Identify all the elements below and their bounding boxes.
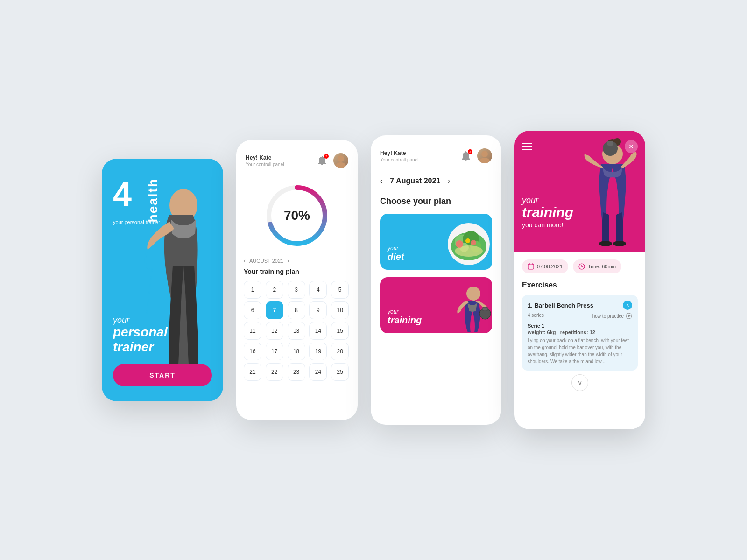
s3-notification-button[interactable]: 2 [459, 149, 472, 162]
calendar-day-11[interactable]: 11 [244, 322, 261, 340]
calendar-day-8[interactable]: 8 [288, 301, 305, 319]
training-plan-card[interactable]: your training [380, 277, 492, 333]
calendar-day-7[interactable]: 7 [266, 301, 283, 319]
svg-rect-20 [482, 307, 488, 311]
scroll-down-button[interactable]: ∨ [571, 374, 588, 391]
logo-health-text: health [146, 178, 161, 222]
calendar-month: AUGUST 2021 [249, 258, 283, 264]
exercise-expand-button[interactable]: ∧ [623, 301, 632, 310]
plan-cards-container: your diet [371, 214, 501, 333]
notification-badge: 2 [324, 154, 329, 159]
svg-rect-25 [607, 141, 613, 146]
screen3-user-info: Hey! Kate Your controll panel [380, 150, 418, 162]
exercises-section-title: Exercises [522, 281, 638, 289]
user-avatar[interactable] [333, 153, 348, 168]
diet-card-name: diet [388, 252, 404, 262]
calendar-day-9[interactable]: 9 [309, 301, 327, 319]
calendar-day-2[interactable]: 2 [266, 281, 283, 299]
calendar-day-4[interactable]: 4 [309, 281, 327, 299]
calendar-day-18[interactable]: 18 [288, 343, 305, 360]
header-greeting: Hey! Kate [246, 154, 284, 161]
calendar-day-25[interactable]: 25 [331, 363, 349, 381]
serie-detail: Serie 1 weight: 6kg repetitions: 12 Lyin… [528, 323, 632, 365]
calendar-day-16[interactable]: 16 [244, 343, 261, 360]
exercise-how-to: how to practice [592, 313, 632, 319]
screen3-greeting: Hey! Kate [380, 150, 418, 156]
calendar-day-22[interactable]: 22 [266, 363, 283, 381]
svg-line-34 [582, 266, 583, 267]
calendar-nav: ‹ AUGUST 2021 › [244, 258, 350, 264]
calendar-day-17[interactable]: 17 [266, 343, 283, 360]
date-badge-text: 07.08.2021 [537, 264, 563, 269]
svg-rect-28 [528, 264, 534, 269]
notification-button[interactable]: 2 [316, 154, 329, 167]
serie-reps: repetitions: 12 [560, 329, 595, 335]
serie-title: Serie 1 [528, 323, 632, 329]
how-to-label: how to practice [592, 314, 624, 319]
svg-marker-36 [628, 315, 631, 317]
exercise-item: 1. Barbell Bench Press ∧ 4 series how to… [522, 295, 638, 371]
s4-training-text: training [522, 205, 573, 219]
calendar-day-3[interactable]: 3 [288, 281, 305, 299]
serie-weight: weight: 6kg [528, 329, 556, 335]
svg-point-7 [479, 158, 490, 163]
s3-notification-badge: 2 [468, 149, 472, 154]
calendar-day-5[interactable]: 5 [331, 281, 349, 299]
choose-plan-title: Choose your plan [371, 193, 501, 214]
exercise-meta: 4 series how to practice [528, 313, 632, 319]
training-card-your: your [388, 308, 422, 315]
screen4-exercise-detail: ✕ [514, 131, 645, 429]
calendar-day-1[interactable]: 1 [244, 281, 261, 299]
user-name: Kate [259, 154, 271, 161]
prev-month-button[interactable]: ‹ [244, 258, 246, 264]
start-button[interactable]: START [113, 364, 212, 386]
progress-section: 70% [236, 175, 358, 254]
calendar-section: ‹ AUGUST 2021 › Your training plan 12345… [236, 254, 358, 388]
training-card-label: your training [388, 308, 422, 326]
calendar-day-24[interactable]: 24 [309, 363, 327, 381]
calendar-day-6[interactable]: 6 [244, 301, 261, 319]
tagline-trainer: trainer [113, 340, 168, 355]
svg-point-6 [481, 151, 488, 157]
calendar-day-23[interactable]: 23 [288, 363, 305, 381]
progress-percentage: 70% [284, 208, 310, 223]
workout-meta: 07.08.2021 Time: 60min [522, 259, 638, 273]
s4-tagline: your training you can more! [522, 196, 573, 229]
calendar-day-13[interactable]: 13 [288, 322, 305, 340]
prev-date-button[interactable]: ‹ [380, 177, 382, 185]
calendar-day-20[interactable]: 20 [331, 343, 349, 360]
tagline-your: your [113, 315, 168, 325]
svg-point-26 [599, 241, 612, 246]
next-date-button[interactable]: › [448, 177, 450, 185]
exercise-item-header: 1. Barbell Bench Press ∧ [528, 301, 632, 310]
date-navigation: ‹ 7 August 2021 › [371, 169, 501, 193]
svg-point-16 [471, 240, 476, 245]
calendar-day-14[interactable]: 14 [309, 322, 327, 340]
svg-point-18 [466, 287, 480, 301]
hamburger-menu-button[interactable] [522, 143, 532, 150]
calendar-day-15[interactable]: 15 [331, 322, 349, 340]
calendar-day-19[interactable]: 19 [309, 343, 327, 360]
app-subtitle: your personal trainer [113, 219, 160, 225]
diet-card-image [436, 214, 492, 270]
calendar-grid: 1234567891011121314151617181920212223242… [244, 281, 350, 381]
exercise-series: 4 series [528, 313, 544, 319]
calendar-day-21[interactable]: 21 [244, 363, 261, 381]
serie-info: weight: 6kg repetitions: 12 [528, 329, 632, 335]
svg-point-15 [456, 240, 463, 248]
calendar-day-10[interactable]: 10 [331, 301, 349, 319]
s4-woman-illustration [552, 131, 645, 252]
next-month-button[interactable]: › [287, 258, 289, 264]
avatar-image [333, 153, 348, 168]
play-icon [626, 313, 632, 319]
progress-circle: 70% [264, 183, 330, 248]
screen4-top: ✕ [514, 131, 645, 252]
diet-plan-card[interactable]: your diet [380, 214, 492, 270]
svg-point-17 [465, 238, 470, 243]
s3-user-name: Kate [394, 150, 406, 156]
s3-user-avatar[interactable] [477, 148, 492, 163]
header-subtext: Your controll panel [246, 162, 284, 167]
calendar-day-12[interactable]: 12 [266, 322, 283, 340]
training-woman-illustration [436, 277, 492, 333]
clock-icon [578, 263, 585, 270]
